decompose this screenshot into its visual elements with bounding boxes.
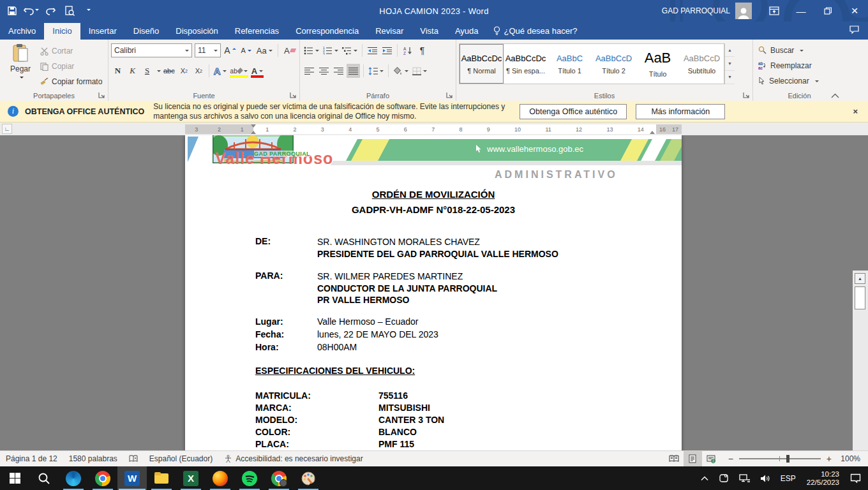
web-layout-button[interactable] [702, 451, 721, 466]
increase-indent-button[interactable] [380, 43, 394, 57]
ribbon-tab[interactable]: Correspondencia [287, 23, 367, 40]
taskbar-spotify[interactable] [235, 466, 264, 490]
ribbon-display-options-icon[interactable] [761, 0, 788, 22]
scrollbar-thumb[interactable] [855, 286, 865, 309]
account-name[interactable]: GAD PARROQUIAL [662, 6, 730, 15]
styles-scroll-up-icon[interactable]: ▲ [725, 43, 735, 57]
collapse-ribbon-icon[interactable] [831, 93, 839, 98]
undo-dropdown-caret[interactable] [35, 9, 39, 13]
restore-button[interactable] [814, 0, 841, 22]
tell-me-box[interactable]: ¿Qué desea hacer? [487, 26, 584, 40]
tab-selector[interactable]: ∟ [2, 124, 12, 134]
taskbar-word[interactable]: W [117, 466, 147, 490]
ribbon-tab[interactable]: Inicio [44, 23, 80, 40]
line-spacing-button[interactable] [367, 64, 385, 78]
ribbon-tab[interactable]: Disposición [167, 23, 226, 40]
italic-button[interactable]: K [126, 64, 139, 78]
highlight-button[interactable]: ab [229, 64, 249, 78]
subscript-button[interactable]: X2 [177, 64, 191, 78]
cut-button[interactable]: Cortar [38, 44, 104, 58]
show-marks-button[interactable]: ¶ [415, 43, 429, 57]
bold-button[interactable]: N [111, 64, 124, 78]
strikethrough-button[interactable]: abc [162, 64, 176, 78]
input-language[interactable]: ESP [776, 466, 800, 490]
clipboard-dialog-launcher-icon[interactable] [98, 91, 105, 99]
zoom-slider-thumb[interactable] [786, 455, 789, 463]
underline-button[interactable]: S [140, 64, 154, 78]
more-info-button[interactable]: Más información [636, 104, 725, 119]
action-center-icon[interactable] [846, 466, 865, 490]
ribbon-tab[interactable]: Ayuda [447, 23, 487, 40]
style-item[interactable]: AaB Título [636, 44, 680, 84]
taskbar-search-button[interactable] [29, 466, 59, 490]
font-size-select[interactable]: 11 [195, 43, 221, 57]
taskbar-explorer[interactable] [147, 466, 176, 490]
clear-formatting-button[interactable]: A [283, 43, 297, 57]
taskbar-firefox[interactable] [206, 466, 235, 490]
style-item[interactable]: AaBbCcDc ¶ Sin espa... [504, 44, 548, 84]
right-indent-marker[interactable] [650, 128, 655, 134]
taskbar-paint[interactable] [294, 466, 323, 490]
font-name-select[interactable]: Calibri [111, 43, 192, 57]
ribbon-tab[interactable]: Revisar [367, 23, 412, 40]
borders-button[interactable] [411, 64, 428, 78]
print-preview-icon[interactable] [61, 3, 78, 19]
word-count[interactable]: 1580 palabras [63, 451, 123, 466]
close-button[interactable]: × [841, 0, 868, 22]
paragraph-dialog-launcher-icon[interactable] [445, 91, 453, 99]
zoom-out-icon[interactable]: − [728, 454, 733, 464]
left-indent-marker[interactable] [251, 128, 256, 134]
align-left-button[interactable] [303, 64, 316, 78]
font-color-button[interactable]: A [250, 64, 264, 78]
ribbon-tab[interactable]: Diseño [125, 23, 167, 40]
multilevel-list-button[interactable] [341, 43, 359, 57]
language-indicator[interactable]: Español (Ecuador) [144, 451, 218, 466]
scroll-up-icon[interactable]: ▲ [855, 273, 865, 284]
ribbon-tab[interactable]: Insertar [80, 23, 125, 40]
font-dialog-launcher-icon[interactable] [289, 91, 297, 99]
network-icon[interactable] [735, 466, 754, 490]
redo-icon[interactable] [42, 3, 59, 19]
style-item[interactable]: AaBbCcD Subtítulo [680, 44, 724, 84]
zoom-in-icon[interactable]: + [827, 454, 832, 464]
grow-font-button[interactable]: A [223, 43, 237, 57]
select-button[interactable]: Seleccionar [756, 74, 843, 87]
style-item[interactable]: AaBbCcD Título 2 [592, 44, 636, 84]
sort-button[interactable]: AZ [401, 43, 414, 57]
tray-app-icon[interactable] [714, 466, 733, 490]
ribbon-tab[interactable]: Vista [412, 23, 447, 40]
change-case-button[interactable]: Aa [255, 43, 273, 57]
avatar[interactable] [735, 3, 752, 19]
style-item[interactable]: AaBbC Título 1 [548, 44, 592, 84]
tray-chevron-icon[interactable] [696, 466, 713, 490]
find-button[interactable]: Buscar [756, 43, 843, 57]
customize-qat-icon[interactable] [80, 3, 97, 19]
read-mode-button[interactable] [665, 451, 684, 466]
ribbon-tab[interactable]: Archivo [0, 23, 44, 40]
styles-more-icon[interactable]: ▼ [725, 71, 735, 84]
print-layout-button[interactable] [684, 451, 702, 466]
page-indicator[interactable]: Página 1 de 12 [0, 451, 63, 466]
copy-button[interactable]: Copiar [38, 59, 104, 73]
style-item[interactable]: AaBbCcDc ¶ Normal [460, 44, 504, 84]
bullets-button[interactable] [303, 43, 320, 57]
zoom-slider[interactable] [739, 458, 821, 459]
taskbar-edge[interactable] [59, 466, 88, 490]
vertical-scrollbar[interactable]: ▲ [853, 271, 868, 450]
text-effects-button[interactable]: A [213, 64, 228, 78]
styles-scroll-down-icon[interactable]: ▼ [725, 57, 735, 70]
decrease-indent-button[interactable] [366, 43, 379, 57]
horizontal-ruler[interactable]: 321 1234567891011121314 1617 [185, 124, 682, 134]
format-painter-button[interactable]: Copiar formato [38, 75, 104, 89]
accessibility-status[interactable]: Accesibilidad: es necesario investigar [218, 451, 368, 466]
proofing-status[interactable] [123, 451, 144, 466]
taskbar-chrome[interactable] [88, 466, 117, 490]
justify-button[interactable] [347, 64, 360, 78]
minimize-button[interactable]: — [788, 0, 814, 22]
ribbon-tab[interactable]: Referencias [227, 23, 287, 40]
start-button[interactable] [0, 466, 29, 490]
warning-close-icon[interactable]: × [842, 107, 868, 116]
document-page[interactable]: Valle Hermoso GAD PARROQUIAL www.vallehe… [185, 135, 682, 450]
zoom-percent[interactable]: 100% [837, 454, 860, 463]
undo-icon[interactable] [23, 3, 40, 19]
